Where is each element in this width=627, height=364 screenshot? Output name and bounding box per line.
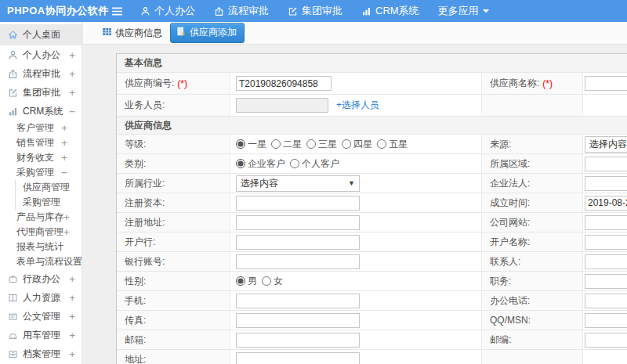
email-input[interactable] <box>236 333 360 348</box>
company-website-input[interactable] <box>585 215 627 230</box>
sidebar-item-supplier-mgmt[interactable]: 供应商管理 <box>15 180 82 195</box>
expand-plus[interactable]: + <box>63 211 70 223</box>
sidebar-item-sales-mgmt[interactable]: 销售管理 + <box>0 135 82 150</box>
nav-process-approval[interactable]: 流程审批 <box>214 4 269 18</box>
expand-plus[interactable]: + <box>69 311 75 323</box>
business-person-input[interactable] <box>236 98 328 113</box>
address-cell <box>230 350 481 364</box>
nav-personal-office[interactable]: 个人办公 <box>140 4 195 18</box>
expand-plus[interactable]: + <box>69 330 75 341</box>
level-option-2[interactable]: 二星 <box>271 138 302 151</box>
legal-person-input[interactable] <box>585 176 627 191</box>
level-radio-2[interactable] <box>271 139 281 149</box>
level-radio-1[interactable] <box>236 139 245 149</box>
sidebar-item-label: 供应商管理 <box>23 181 70 194</box>
sidebar-item-personal-office[interactable]: 个人办公 + <box>0 45 82 64</box>
sidebar-item-admin-office[interactable]: 行政办公 + <box>0 269 82 288</box>
level-option-4[interactable]: 四星 <box>342 138 372 151</box>
account-name-cell <box>583 232 627 251</box>
tab-supplier-list[interactable]: 供应商信息 <box>102 27 162 40</box>
industry-select[interactable]: 选择内容▼ <box>236 175 360 192</box>
gender-option-male[interactable]: 男 <box>236 275 257 288</box>
level-radio-5[interactable] <box>377 139 386 149</box>
expand-plus[interactable]: + <box>61 137 67 149</box>
gender-radio-male[interactable] <box>236 276 245 286</box>
sidebar-item-finance[interactable]: 财务收支 + <box>0 150 82 165</box>
bank-branch-input[interactable] <box>236 235 360 250</box>
sidebar-item-purchasing[interactable]: 采购管理 <box>15 195 82 210</box>
expand-plus[interactable]: + <box>69 348 75 360</box>
collapse-minus[interactable]: − <box>69 106 75 117</box>
car-icon <box>8 330 18 341</box>
sidebar-item-archive-mgmt[interactable]: 档案管理 + <box>0 344 82 363</box>
contact-person-label: 联系人: <box>481 252 583 271</box>
registered-capital-input[interactable] <box>236 196 360 211</box>
required-marker: (*) <box>542 78 553 89</box>
form-row-gender-jobtitle: 性别: 男 女 职务: <box>117 271 627 290</box>
sidebar-item-human-resources[interactable]: 人力资源 + <box>0 288 82 307</box>
contact-person-input[interactable] <box>585 254 627 269</box>
sidebar-item-process-approval[interactable]: 流程审批 + <box>0 64 82 83</box>
sidebar-item-purchase-mgmt[interactable]: 采购管理 − <box>0 165 82 180</box>
level-radio-4[interactable] <box>342 139 351 149</box>
nav-more-apps[interactable]: 更多应用 <box>438 4 489 18</box>
category-option-1[interactable]: 企业客户 <box>236 157 285 171</box>
category-radio-1[interactable] <box>236 159 245 168</box>
supplier-name-input[interactable] <box>585 76 627 91</box>
founded-date-input[interactable] <box>585 196 627 211</box>
expand-plus[interactable]: + <box>61 122 67 134</box>
expand-plus[interactable]: + <box>69 273 75 285</box>
level-option-3[interactable]: 三星 <box>306 138 337 151</box>
expand-plus[interactable]: + <box>69 87 75 99</box>
level-radio-3[interactable] <box>306 139 316 149</box>
supplier-code-label: 供应商编号: (*) <box>117 73 230 94</box>
category-radio-2[interactable] <box>290 159 299 168</box>
level-option-1[interactable]: 一星 <box>236 138 266 151</box>
sidebar-item-crm-system[interactable]: CRM系统 − <box>0 102 82 121</box>
sidebar-item-reports-stats[interactable]: 报表与统计 <box>0 240 82 254</box>
sidebar-item-group-approval[interactable]: 集团审批 + <box>0 83 82 102</box>
expand-plus[interactable]: + <box>61 152 67 164</box>
gender-option-female[interactable]: 女 <box>262 275 283 288</box>
account-name-input[interactable] <box>585 235 627 250</box>
fax-input[interactable] <box>236 313 360 328</box>
sidebar-item-personal-desktop[interactable]: 个人桌面 <box>0 24 82 45</box>
field-label: 传真: <box>125 314 146 327</box>
registered-address-input[interactable] <box>236 215 360 230</box>
region-input[interactable] <box>585 157 627 171</box>
select-person-link[interactable]: +选择人员 <box>336 99 379 112</box>
form-row-level-source: 等级: 一星 二星 三星 四星 五星 来源: 选择内容▼ <box>117 134 627 153</box>
supplier-code-input[interactable] <box>236 76 332 91</box>
briefcase-icon <box>8 274 18 284</box>
job-title-input[interactable] <box>585 274 627 289</box>
office-phone-input[interactable] <box>585 294 627 308</box>
bank-branch-label: 开户行: <box>117 232 230 251</box>
nav-crm-system[interactable]: CRM系统 <box>361 4 419 18</box>
mobile-input[interactable] <box>236 294 360 308</box>
qq-msn-input[interactable] <box>585 313 627 328</box>
section-supplier-info-header: 供应商信息 <box>117 116 627 134</box>
expand-plus[interactable]: + <box>69 68 75 80</box>
sidebar-item-vehicle-mgmt[interactable]: 用车管理 + <box>0 326 82 344</box>
collapse-minus[interactable]: − <box>61 167 67 178</box>
legal-person-cell <box>583 174 627 193</box>
tab-supplier-add[interactable]: 供应商添加 <box>170 23 245 43</box>
source-select[interactable]: 选择内容▼ <box>585 136 627 153</box>
job-title-cell <box>583 272 627 290</box>
address-input[interactable] <box>236 352 360 364</box>
sidebar-item-customer-mgmt[interactable]: 客户管理 + <box>0 121 82 135</box>
sidebar-item-form-process-settings[interactable]: 表单与流程设置 + <box>0 254 82 269</box>
nav-group-approval[interactable]: 集团审批 <box>288 4 342 18</box>
zip-code-input[interactable] <box>585 333 627 348</box>
expand-plus[interactable]: + <box>63 226 70 238</box>
sidebar-item-agent-mgmt[interactable]: 代理商管理 + <box>0 225 82 240</box>
bank-account-input[interactable] <box>236 254 360 269</box>
hamburger-menu-icon[interactable] <box>111 7 123 16</box>
expand-plus[interactable]: + <box>69 49 75 61</box>
category-option-2[interactable]: 个人客户 <box>290 157 339 171</box>
sidebar-item-product-inventory[interactable]: 产品与库存 + <box>0 210 82 225</box>
level-option-5[interactable]: 五星 <box>377 138 408 151</box>
gender-radio-female[interactable] <box>262 276 271 286</box>
sidebar-item-document-mgmt[interactable]: 公文管理 + <box>0 307 82 326</box>
expand-plus[interactable]: + <box>69 292 75 304</box>
